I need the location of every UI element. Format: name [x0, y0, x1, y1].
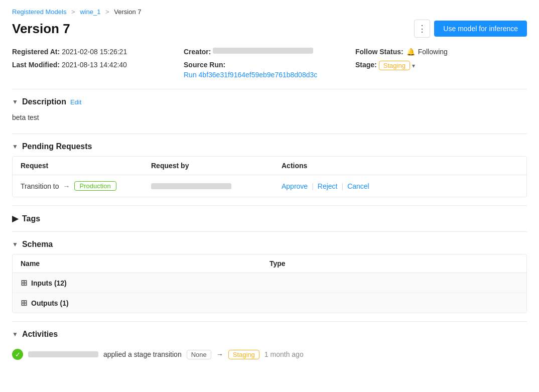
- page-header: Version 7 ⋮ Use model for inference: [12, 20, 527, 38]
- description-section-header[interactable]: ▼ Description Edit: [12, 97, 527, 106]
- breadcrumb-sep2: >: [105, 8, 111, 16]
- table-row: Transition to → Production Approve | Rej…: [13, 175, 526, 197]
- schema-section-header[interactable]: ▼ Schema: [12, 240, 527, 249]
- activity-transition-arrow: →: [216, 350, 223, 358]
- table-header-row: Request Request by Actions: [13, 157, 526, 175]
- schema-outputs-label: ⊞ Outputs (1): [21, 298, 270, 308]
- inputs-label-text: Inputs (12): [31, 279, 67, 287]
- last-modified-row: Last Modified: 2021-08-13 14:42:40: [12, 61, 184, 79]
- activities-section: ▼ Activities ✓ applied a stage transitio…: [12, 330, 527, 365]
- follow-status-row: Follow Status: 🔔 Following: [355, 48, 527, 56]
- registered-at-label: Registered At:: [12, 48, 60, 56]
- description-content: beta test: [12, 111, 527, 125]
- pending-requests-section: ▼ Pending Requests Request Request by Ac…: [12, 142, 527, 197]
- activity-user-redacted: [28, 351, 98, 357]
- header-actions: ⋮ Use model for inference: [414, 20, 527, 38]
- source-run-link[interactable]: Run 4bf36e31f9164ef59eb9e761b8d08d3c: [184, 71, 317, 79]
- source-run-label: Source Run:: [184, 61, 225, 69]
- pending-requests-section-label: Pending Requests: [22, 142, 92, 151]
- cancel-link[interactable]: Cancel: [347, 182, 369, 190]
- breadcrumb-wine1[interactable]: wine_1: [80, 8, 100, 16]
- follow-status-label: Follow Status:: [355, 48, 403, 56]
- divider-3: [12, 205, 527, 206]
- activity-to-tag: Staging: [228, 350, 259, 359]
- activity-time: 1 month ago: [264, 350, 304, 358]
- meta-grid: Registered At: 2021-02-08 15:26:21 Creat…: [12, 48, 527, 79]
- description-section: ▼ Description Edit beta test: [12, 97, 527, 125]
- last-modified-value: 2021-08-13 14:42:40: [62, 61, 127, 69]
- use-model-button[interactable]: Use model for inference: [434, 21, 527, 37]
- sep-2: |: [341, 182, 343, 190]
- approve-link[interactable]: Approve: [282, 182, 308, 190]
- schema-header-row: Name Type: [13, 254, 526, 273]
- activity-item: ✓ applied a stage transition None → Stag…: [12, 344, 527, 365]
- creator-row: Creator:: [184, 48, 355, 56]
- breadcrumb: Registered Models > wine_1 > Version 7: [12, 8, 527, 16]
- follow-status-value: Following: [418, 48, 448, 56]
- reject-link[interactable]: Reject: [318, 182, 338, 190]
- schema-outputs-row[interactable]: ⊞ Outputs (1): [13, 293, 526, 313]
- pending-requests-table: Request Request by Actions Transition to…: [12, 156, 527, 197]
- divider-5: [12, 321, 527, 322]
- schema-table: Name Type ⊞ Inputs (12) ⊞ Outputs (1): [12, 254, 527, 313]
- page-title: Version 7: [12, 21, 70, 37]
- actions-cell: Approve | Reject | Cancel: [282, 182, 518, 190]
- schema-col-name: Name: [21, 259, 270, 268]
- col-request: Request: [21, 162, 151, 170]
- tags-section-label: Tags: [22, 214, 40, 223]
- stage-tag: Staging: [379, 61, 410, 70]
- activity-check-icon: ✓: [12, 349, 23, 360]
- last-modified-label: Last Modified:: [12, 61, 60, 69]
- description-toggle-arrow: ▼: [12, 98, 18, 105]
- schema-section-label: Schema: [22, 240, 53, 249]
- request-by-cell: [151, 183, 282, 189]
- breadcrumb-registered-models[interactable]: Registered Models: [12, 8, 66, 16]
- activities-section-header[interactable]: ▼ Activities: [12, 330, 527, 339]
- activity-action-text: applied a stage transition: [103, 350, 182, 358]
- stage-row: Stage: Staging ▾: [355, 61, 527, 79]
- registered-at-value: 2021-02-08 15:26:21: [62, 48, 127, 56]
- pending-requests-section-header[interactable]: ▼ Pending Requests: [12, 142, 527, 151]
- description-section-label: Description: [22, 97, 66, 106]
- divider-1: [12, 89, 527, 89]
- request-cell: Transition to → Production: [21, 181, 151, 191]
- stage-badge: Staging ▾: [379, 61, 415, 70]
- schema-toggle-arrow: ▼: [12, 241, 18, 248]
- divider-4: [12, 231, 527, 232]
- activities-section-label: Activities: [22, 330, 58, 339]
- transition-to-text: Transition to: [21, 182, 59, 190]
- stage-label: Stage:: [355, 61, 377, 69]
- inputs-expand-icon: ⊞: [21, 278, 27, 288]
- outputs-label-text: Outputs (1): [31, 299, 69, 307]
- breadcrumb-sep1: >: [71, 8, 77, 16]
- schema-inputs-label: ⊞ Inputs (12): [21, 278, 270, 288]
- schema-inputs-row[interactable]: ⊞ Inputs (12): [13, 273, 526, 293]
- request-by-redacted: [151, 183, 231, 189]
- activity-from-tag: None: [187, 350, 211, 359]
- schema-col-type: Type: [270, 259, 518, 268]
- activities-toggle-arrow: ▼: [12, 331, 18, 338]
- more-button[interactable]: ⋮: [414, 20, 430, 38]
- source-run-row: Source Run: Run 4bf36e31f9164ef59eb9e761…: [184, 61, 355, 79]
- creator-label: Creator:: [184, 48, 211, 56]
- sep-1: |: [312, 182, 314, 190]
- stage-dropdown-arrow[interactable]: ▾: [412, 62, 415, 69]
- breadcrumb-version: Version 7: [114, 8, 141, 16]
- transition-arrow-icon: →: [63, 182, 70, 190]
- outputs-expand-icon: ⊞: [21, 298, 27, 308]
- divider-2: [12, 134, 527, 134]
- creator-value-redacted: [213, 48, 313, 54]
- production-tag: Production: [74, 181, 116, 191]
- col-request-by: Request by: [151, 162, 282, 170]
- col-actions: Actions: [282, 162, 518, 170]
- tags-section: ▶ Tags: [12, 214, 527, 223]
- tags-toggle-arrow: ▶: [12, 214, 18, 223]
- pending-requests-toggle-arrow: ▼: [12, 143, 18, 150]
- tags-section-header[interactable]: ▶ Tags: [12, 214, 527, 223]
- schema-section: ▼ Schema Name Type ⊞ Inputs (12) ⊞ Outpu…: [12, 240, 527, 313]
- registered-at-row: Registered At: 2021-02-08 15:26:21: [12, 48, 184, 56]
- description-edit-link[interactable]: Edit: [70, 98, 81, 106]
- bell-icon: 🔔: [407, 48, 415, 56]
